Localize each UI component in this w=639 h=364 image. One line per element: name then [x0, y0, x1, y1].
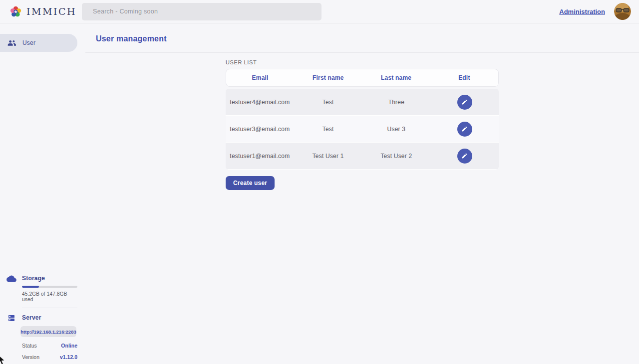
administration-link[interactable]: Administration	[559, 8, 605, 15]
cell-email: testuser1@email.com	[226, 153, 294, 160]
column-header-email: Email	[226, 74, 294, 81]
storage-progress-fill	[22, 286, 39, 288]
table-row: testuser1@email.com Test User 1 Test Use…	[226, 143, 499, 170]
cell-first-name: Test	[294, 126, 362, 133]
pencil-icon	[461, 153, 468, 159]
storage-usage-text: 45.2GB of 147.8GB used	[22, 291, 77, 302]
pencil-icon	[461, 99, 468, 105]
storage-progress-bar	[22, 286, 77, 288]
cell-last-name: Test User 2	[362, 153, 431, 160]
sidebar-footer-divider	[22, 308, 77, 308]
sidebar: User Storage 45.2GB of 147.8GB used	[0, 23, 85, 364]
cell-last-name: Three	[362, 99, 431, 106]
cell-first-name: Test	[294, 99, 362, 106]
edit-user-button[interactable]	[457, 122, 472, 137]
cell-first-name: Test User 1	[294, 153, 362, 160]
server-url-badge: http://192.168.1.216:2283	[20, 326, 76, 337]
server-version-row: Version v1.12.0	[22, 354, 77, 360]
server-status-label: Status	[22, 343, 37, 349]
cloud-icon	[6, 275, 16, 282]
cell-email: testuser4@email.com	[226, 99, 294, 106]
server-icon	[6, 314, 16, 322]
sidebar-item-user[interactable]: User	[0, 34, 77, 52]
server-title: Server	[22, 314, 41, 321]
user-table-body: testuser4@email.com Test Three testuser3…	[226, 89, 499, 170]
server-section: Server	[6, 314, 77, 322]
sidebar-item-user-label: User	[22, 39, 35, 46]
pencil-icon	[461, 126, 468, 132]
cell-last-name: User 3	[362, 126, 431, 133]
column-header-last-name: Last name	[362, 74, 430, 81]
edit-user-button[interactable]	[457, 95, 472, 110]
user-avatar[interactable]	[614, 3, 631, 20]
edit-user-button[interactable]	[457, 149, 472, 164]
search-input[interactable]	[82, 3, 321, 20]
app-brand[interactable]: IMMICH	[9, 5, 82, 18]
table-row: testuser4@email.com Test Three	[226, 89, 499, 116]
storage-title: Storage	[22, 275, 77, 282]
server-status-row: Status Online	[22, 343, 77, 349]
immich-logo-icon	[9, 5, 22, 18]
server-version-value: v1.12.0	[60, 354, 77, 360]
column-header-first-name: First name	[294, 74, 362, 81]
user-list-label: USER LIST	[226, 59, 639, 65]
main-content: User management USER LIST Email First na…	[85, 23, 639, 364]
sidebar-footer: Storage 45.2GB of 147.8GB used Server ht…	[0, 275, 85, 360]
page-header: User management	[85, 23, 639, 53]
storage-section: Storage 45.2GB of 147.8GB used	[6, 275, 77, 302]
server-status-value: Online	[61, 343, 77, 349]
app-title: IMMICH	[26, 6, 76, 17]
column-header-edit: Edit	[430, 74, 498, 81]
server-version-label: Version	[22, 354, 39, 360]
cell-email: testuser3@email.com	[226, 126, 294, 133]
user-table-header: Email First name Last name Edit	[226, 69, 499, 87]
page-title: User management	[96, 34, 639, 43]
users-group-icon	[7, 40, 16, 46]
table-row: testuser3@email.com Test User 3	[226, 116, 499, 143]
top-bar: IMMICH Administration	[0, 0, 639, 23]
create-user-button[interactable]: Create user	[226, 176, 275, 190]
